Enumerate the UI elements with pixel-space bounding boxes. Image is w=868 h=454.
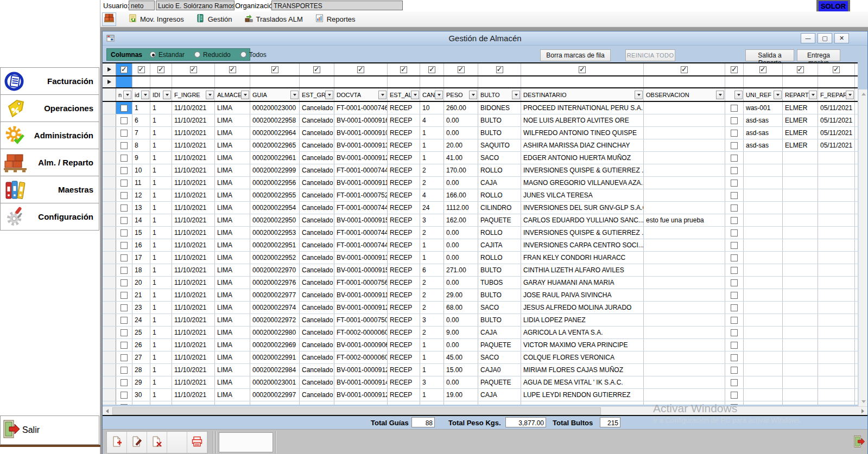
- cell[interactable]: AGRICOLA LA VENTA S.A.: [521, 327, 644, 338]
- cell[interactable]: 1: [420, 389, 444, 401]
- checkbox[interactable]: [121, 379, 128, 386]
- cell[interactable]: 30: [132, 389, 150, 401]
- checkbox[interactable]: [121, 180, 128, 187]
- table-row[interactable]: 17111/10/2021LIMA000200022952CanceladoBV…: [103, 252, 858, 264]
- checkbox[interactable]: [731, 217, 738, 224]
- cell[interactable]: 19.00: [444, 389, 478, 401]
- checkbox[interactable]: [121, 217, 128, 224]
- cell[interactable]: 000200022953: [250, 227, 300, 239]
- row-mark-cell[interactable]: [116, 389, 132, 401]
- sidebar-item-facturacion[interactable]: Facturación: [0, 67, 99, 95]
- cell[interactable]: 24: [420, 202, 444, 214]
- cell[interactable]: 162.00: [444, 214, 478, 226]
- cell[interactable]: 000200022955: [250, 189, 300, 201]
- cell[interactable]: BV-0001-00009146: [334, 376, 388, 388]
- checkbox[interactable]: [731, 392, 738, 399]
- menu-item-gestion[interactable]: Gestión: [196, 14, 232, 24]
- column-header-GUIA[interactable]: GUIA: [250, 88, 300, 101]
- cell[interactable]: asd-sas: [744, 127, 783, 139]
- cell[interactable]: [818, 164, 855, 176]
- cell[interactable]: 11/10/2021: [172, 401, 215, 405]
- cell[interactable]: ROLLO: [478, 164, 521, 176]
- row-mark-cell[interactable]: [116, 189, 132, 201]
- cell[interactable]: RECEP: [388, 239, 420, 251]
- cell[interactable]: SACO: [478, 302, 521, 314]
- menu-item-mov-ingresos[interactable]: Mov. Ingresos: [128, 14, 184, 24]
- radio-icon[interactable]: [150, 52, 156, 57]
- column-filter-dropdown[interactable]: [206, 91, 214, 99]
- row-selector[interactable]: [103, 227, 116, 239]
- checkbox[interactable]: [121, 242, 128, 249]
- cell[interactable]: Cancelado: [300, 339, 334, 351]
- cell[interactable]: 000200022974: [250, 302, 300, 314]
- cell[interactable]: 3: [420, 376, 444, 388]
- cell[interactable]: 15: [132, 227, 150, 239]
- filter-cell[interactable]: [521, 76, 644, 87]
- column-toggle-cell[interactable]: [744, 63, 783, 75]
- cell[interactable]: [744, 364, 783, 376]
- cell[interactable]: 1: [150, 264, 172, 276]
- cell[interactable]: BV-0001-00009121: [334, 364, 388, 376]
- cell[interactable]: LIMA: [215, 401, 250, 405]
- column-toggle-cell[interactable]: [150, 63, 172, 75]
- row-check-cell[interactable]: [725, 264, 744, 276]
- cell[interactable]: 27: [132, 351, 150, 363]
- cell[interactable]: 05/11/2021: [818, 114, 855, 126]
- row-mark-cell[interactable]: [116, 177, 132, 189]
- cell[interactable]: CAJA: [478, 401, 521, 405]
- cell[interactable]: LIMA: [215, 177, 250, 189]
- cell[interactable]: [644, 164, 725, 176]
- cell[interactable]: ELMER: [783, 127, 818, 139]
- entrega-masiva-button[interactable]: Entrega masiva: [797, 49, 840, 61]
- cell[interactable]: 11/10/2021: [172, 327, 215, 338]
- cell[interactable]: LIMA: [215, 164, 250, 176]
- cell[interactable]: Cancelado: [300, 364, 334, 376]
- add-record-button[interactable]: [107, 432, 127, 453]
- row-selector[interactable]: [103, 189, 116, 201]
- scroll-right-arrow[interactable]: [858, 407, 867, 415]
- column-header-EST_ALM[interactable]: EST_ALM: [388, 88, 420, 101]
- cell[interactable]: BULTO: [478, 114, 521, 126]
- cell[interactable]: RECEP: [388, 164, 420, 176]
- cell[interactable]: RECEP: [388, 202, 420, 214]
- checkbox[interactable]: [121, 167, 128, 174]
- cell[interactable]: 1: [150, 351, 172, 363]
- column-header-F_INGRE[interactable]: F_INGRE: [172, 88, 215, 101]
- cell[interactable]: LIMA: [215, 277, 250, 289]
- checkbox[interactable]: [400, 66, 407, 73]
- cell[interactable]: 11/10/2021: [172, 114, 215, 126]
- row-selector[interactable]: [103, 139, 116, 151]
- cell[interactable]: [744, 351, 783, 363]
- cell[interactable]: [744, 314, 783, 326]
- cell[interactable]: 0.00: [444, 339, 478, 351]
- cell[interactable]: RECEP: [388, 401, 420, 405]
- cell[interactable]: 1: [150, 152, 172, 164]
- cell[interactable]: [644, 339, 725, 351]
- cell[interactable]: 11/10/2021: [172, 202, 215, 214]
- filter-cell[interactable]: [388, 76, 420, 87]
- cell[interactable]: RECEP: [388, 389, 420, 401]
- cell[interactable]: BULTO: [478, 127, 521, 139]
- cell[interactable]: BULTO: [478, 264, 521, 276]
- checkbox[interactable]: [229, 66, 236, 73]
- row-mark-cell[interactable]: [116, 364, 132, 376]
- checkbox[interactable]: [731, 117, 738, 124]
- cell[interactable]: [783, 264, 818, 276]
- cell[interactable]: [644, 289, 725, 301]
- cell[interactable]: ASHIRA MARISSA DIAZ CHINCHAY: [521, 139, 644, 151]
- row-check-cell[interactable]: [725, 289, 744, 301]
- cell[interactable]: [783, 376, 818, 388]
- filter-cell[interactable]: [300, 76, 334, 87]
- column-toggle-cell[interactable]: [388, 63, 420, 75]
- filter-cell[interactable]: [744, 76, 783, 87]
- cell[interactable]: LIMA: [215, 327, 250, 338]
- row-check-cell[interactable]: [725, 277, 744, 289]
- checkbox[interactable]: [121, 155, 128, 162]
- column-filter-dropdown[interactable]: [469, 91, 477, 99]
- cell[interactable]: RECEP: [388, 152, 420, 164]
- cell[interactable]: 1: [420, 364, 444, 376]
- row-mark-cell[interactable]: [116, 339, 132, 351]
- cell[interactable]: [783, 202, 818, 214]
- table-row[interactable]: 26111/10/2021LIMA000200022969CanceladoBV…: [103, 339, 858, 351]
- column-toggle-cell[interactable]: [334, 63, 388, 75]
